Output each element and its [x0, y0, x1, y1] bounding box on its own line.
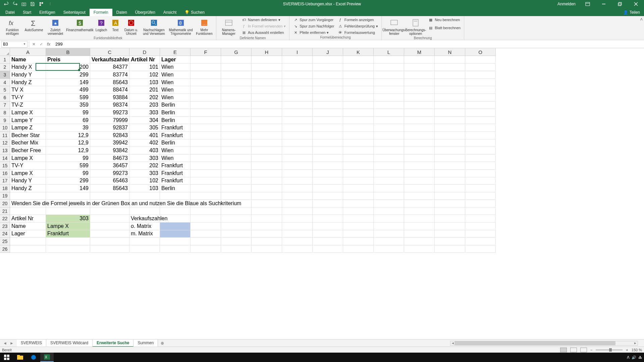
cell[interactable] [404, 162, 435, 170]
cell[interactable] [465, 71, 496, 79]
cell[interactable] [374, 79, 404, 86]
sheet-nav-next[interactable]: ► [9, 341, 15, 346]
cell[interactable] [404, 132, 435, 139]
formula-input[interactable]: 299 [53, 42, 644, 47]
cell[interactable] [313, 162, 343, 170]
cell[interactable] [343, 64, 374, 71]
cell[interactable] [465, 177, 496, 185]
cell[interactable] [435, 162, 465, 170]
cell[interactable] [313, 245, 343, 253]
cell[interactable] [160, 192, 191, 200]
zoom-out-button[interactable]: − [590, 348, 592, 352]
remove-arrows-button[interactable]: ✕Pfeile entfernen ▾ [291, 29, 335, 36]
cell[interactable] [252, 170, 282, 177]
cell[interactable]: 12,9 [46, 139, 90, 147]
cell[interactable] [374, 215, 404, 223]
cell[interactable]: 39942 [90, 139, 129, 147]
cell[interactable]: Verkaufszahlen [129, 215, 160, 223]
cell[interactable] [252, 117, 282, 124]
cell[interactable] [374, 109, 404, 117]
cell[interactable]: 12,9 [46, 147, 90, 155]
cell[interactable] [435, 230, 465, 238]
cell[interactable] [221, 155, 252, 162]
cell[interactable] [404, 64, 435, 71]
financial-button[interactable]: $Finanzmathematik [66, 17, 93, 33]
cell[interactable]: 305 [129, 124, 160, 132]
cell[interactable]: Lager [160, 56, 191, 64]
cell[interactable]: Becher Mix [10, 139, 46, 147]
cell[interactable]: 39 [46, 124, 90, 132]
column-header-M[interactable]: M [404, 48, 435, 56]
cell[interactable] [404, 139, 435, 147]
redo-button[interactable] [11, 1, 19, 7]
column-header-N[interactable]: N [435, 48, 465, 56]
cell[interactable]: Lampe X [10, 155, 46, 162]
cell[interactable]: 99273 [90, 170, 129, 177]
cell[interactable]: 299 [46, 71, 90, 79]
cell[interactable] [282, 102, 313, 109]
date-time-button[interactable]: Datum u. Uhrzeit [122, 17, 140, 36]
cell[interactable] [282, 230, 313, 238]
cell[interactable] [10, 207, 46, 215]
cell[interactable] [252, 102, 282, 109]
cell[interactable] [282, 215, 313, 223]
cell[interactable]: 93884 [90, 94, 129, 102]
cell[interactable]: Frankfurt [160, 177, 191, 185]
row-header-10[interactable]: 10 [0, 124, 10, 132]
cell[interactable] [404, 185, 435, 192]
trace-dependents-button[interactable]: ↘Spur zum Nachfolger [291, 23, 335, 29]
enter-formula-button[interactable]: ✓ [38, 41, 45, 48]
select-all-corner[interactable] [0, 48, 10, 56]
cell[interactable] [129, 238, 160, 245]
cell[interactable]: Becher Free [10, 147, 46, 155]
cell[interactable]: Lampe X [46, 223, 90, 230]
row-header-14[interactable]: 14 [0, 155, 10, 162]
recently-used-button[interactable]: ★Zuletzt verwendet [45, 17, 66, 36]
cell[interactable] [343, 185, 374, 192]
cell[interactable] [191, 245, 221, 253]
row-header-16[interactable]: 16 [0, 170, 10, 177]
lookup-reference-button[interactable]: Nachschlagen und Verweisen [141, 17, 167, 36]
cell[interactable] [343, 94, 374, 102]
cell[interactable] [343, 56, 374, 64]
cell[interactable] [191, 207, 221, 215]
cell[interactable] [90, 230, 129, 238]
cell[interactable] [404, 155, 435, 162]
cell[interactable]: 65463 [90, 177, 129, 185]
cell[interactable] [221, 170, 252, 177]
cell[interactable] [435, 102, 465, 109]
cell[interactable] [129, 245, 160, 253]
cell[interactable] [465, 155, 496, 162]
cell[interactable] [282, 238, 313, 245]
cell[interactable] [46, 192, 90, 200]
cell[interactable] [252, 109, 282, 117]
cell[interactable] [313, 102, 343, 109]
cell[interactable] [191, 86, 221, 94]
cell[interactable]: Berlin [160, 139, 191, 147]
cell[interactable] [374, 147, 404, 155]
cell[interactable] [129, 192, 160, 200]
cell[interactable] [282, 223, 313, 230]
cancel-formula-button[interactable]: ✕ [31, 41, 37, 48]
cell[interactable] [90, 207, 129, 215]
tab-seitenlayout[interactable]: Seitenlayout [59, 9, 90, 16]
cell[interactable] [90, 192, 129, 200]
cell[interactable] [343, 109, 374, 117]
name-box[interactable]: B3▼ [1, 41, 28, 48]
normal-view-button[interactable] [560, 348, 567, 352]
cell[interactable] [191, 124, 221, 132]
cell[interactable] [404, 177, 435, 185]
tab-einfuegen[interactable]: Einfügen [35, 9, 59, 16]
cell[interactable]: Berlin [160, 102, 191, 109]
cell[interactable] [435, 109, 465, 117]
cell[interactable] [313, 200, 343, 207]
cell[interactable] [343, 155, 374, 162]
cell[interactable] [465, 102, 496, 109]
column-header-C[interactable]: C [90, 48, 129, 56]
cell[interactable] [404, 102, 435, 109]
cell[interactable] [221, 109, 252, 117]
cell[interactable] [465, 124, 496, 132]
cell[interactable] [435, 185, 465, 192]
cell[interactable]: Artikel Nr [129, 56, 160, 64]
cell[interactable] [129, 207, 160, 215]
